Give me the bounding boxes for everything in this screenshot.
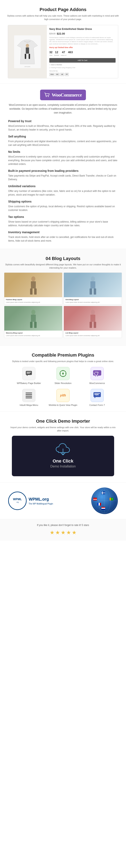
woo-feature-4-text: Take payments via Stripe and PayPal. Acc… (8, 174, 118, 181)
demo-importer-title: One Click Demo Importer (8, 418, 118, 425)
product-demo-card: STYLISTA Navy Blue Embellished Skater Dr… (8, 25, 118, 79)
mega-menu-lines-icon (26, 393, 32, 398)
wpml-tagline: The WP Multilingual Plugin (29, 502, 53, 505)
stat-count: 463 (68, 50, 73, 57)
woo-logo-text: WooCommerce (52, 91, 82, 99)
woo-logo-wrap: WooCommerce (8, 90, 118, 100)
plugin-slider-icon (57, 367, 69, 380)
blog-thumb-4-figure (85, 308, 101, 331)
svg-point-31 (97, 375, 98, 376)
plugin-woo-icon (91, 367, 104, 380)
plugin-woo: WooCommerce (82, 367, 112, 384)
svg-rect-22 (90, 322, 92, 328)
product-addons-section: Product Page Addons Stylista comes with … (0, 0, 126, 83)
product-image-col: STYLISTA (8, 25, 47, 78)
plugin-yith: yith Wishlist & Quick View Plugin (48, 389, 78, 406)
blog-thumb-2-figure (85, 275, 101, 297)
stat-sold: 32 Sold (49, 50, 53, 57)
wishlist-link[interactable]: ☆ Add to Wishlist (49, 64, 116, 66)
woo-feature-5: Unlimited variations Offer any number of… (8, 184, 118, 196)
svg-rect-23 (94, 322, 96, 328)
blog-thumb-3-text: Lorem ipsum dolor sit amet consectetur a… (6, 335, 61, 337)
woo-feature-7-text: Show taxes based on your customer's ship… (8, 220, 118, 227)
plugin-cf7-name: Contact Form 7 (89, 404, 105, 406)
stat-orders: 47 orders of (61, 50, 66, 57)
blog-thumb-2: Grid Blog Layout Lorem ipsum dolor sit a… (64, 273, 122, 305)
stat-sold-label: Sold (49, 54, 53, 57)
svg-point-6 (46, 96, 46, 97)
woo-feature-7-heading: Tax options (8, 215, 118, 219)
blog-row-2: Masonry Blog Layout Lorem ipsum dolor si… (4, 306, 122, 338)
woo-feature-2-heading: Sell anything (8, 134, 118, 139)
plugin-wpbakery-name: WPBakery Page Builder (17, 382, 41, 384)
svg-rect-45 (93, 498, 97, 499)
plugin-wpbakery: WPBakery Page Builder (14, 367, 44, 384)
plugin-mega: Inbuilt Mega Menu (14, 389, 44, 406)
svg-rect-52 (109, 498, 111, 500)
svg-rect-11 (34, 288, 37, 294)
product-name: Navy Blue Embellished Skater Dress (49, 27, 116, 31)
star-1: ★ (50, 529, 55, 536)
demo-importer-section: One Click Demo Importer Import your demo… (0, 412, 126, 483)
woo-feature-3-text: WooCommerce is entirely open source, whi… (8, 155, 118, 166)
svg-rect-57 (101, 509, 105, 509)
slider-icon-svg (59, 369, 67, 378)
mega-line-4 (26, 398, 32, 398)
plugin-yith-name: Wishlist & Quick View Plugin (49, 404, 77, 406)
plugin-cf7-icon: CF7 (91, 389, 104, 402)
mega-line-1 (26, 393, 32, 393)
mega-line-3 (26, 396, 32, 397)
plugin-mega-icon (22, 389, 35, 402)
blog-thumb-4: List Blog Layout Lorem ipsum dolor sit a… (64, 306, 122, 338)
svg-point-20 (91, 310, 95, 315)
woo-feature-1-heading: Powered by trust (8, 119, 118, 123)
wpml-logo-svg: WPML .org (11, 496, 24, 506)
svg-rect-26 (27, 373, 30, 374)
woo-feature-3-heading: No limits (8, 150, 118, 154)
price-new: $22.00 (57, 32, 65, 36)
woo-feature-5-text: Offer any number of variations (like col… (8, 189, 118, 196)
product-info-col: Navy Blue Embellished Skater Dress $29.0… (47, 25, 118, 78)
svg-rect-19 (34, 322, 37, 328)
woo-feature-1-text: WooCommerce is built on WordPress, the s… (8, 124, 118, 131)
svg-rect-14 (90, 288, 92, 294)
woo-feature-5-heading: Unlimited variations (8, 184, 118, 188)
demo-importer-desc: Import your demo content, widgets and th… (8, 426, 118, 432)
svg-point-30 (95, 375, 96, 376)
secured-label: Secured by (49, 70, 116, 72)
svg-rect-56 (101, 508, 105, 509)
stat-orders-number: 47 (61, 50, 66, 54)
svg-rect-47 (93, 500, 97, 500)
yith-icon-text: yith (60, 393, 66, 398)
svg-point-1 (26, 44, 29, 48)
blog-thumb-3-figure (25, 308, 41, 331)
payment-icon-visa: VISA (49, 73, 55, 76)
svg-marker-27 (27, 375, 28, 376)
star-4: ★ (66, 529, 71, 536)
shopping-chair: ♺ Viewing Product using Shopping Chair (49, 67, 116, 69)
woo-feature-2-text: From physical products and digital downl… (8, 140, 118, 147)
woo-feature-1: Powered by trust WooCommerce is built on… (8, 119, 118, 131)
svg-text:CF7: CF7 (95, 394, 99, 396)
svg-text:STYLISTA: STYLISTA (25, 66, 30, 67)
blog-thumb-4-content: List Blog Layout Lorem ipsum dolor sit a… (64, 331, 122, 338)
woo-feature-8-text: Track stock levels, hold stock after an … (8, 235, 118, 243)
blog-layouts-section: 04 Blog Layouts Stylista comes with beau… (0, 249, 126, 345)
blog-thumb-1: Fashion Blog Layout Lorem ipsum dolor si… (4, 273, 62, 305)
footer-section: If you like it, please don't forget to r… (0, 519, 126, 541)
woo-feature-4-heading: Built-in payment processing from leading… (8, 169, 118, 173)
woo-plugin-icon-svg (93, 370, 101, 377)
payment-icons-row: VISA MC AE PP (49, 73, 116, 76)
mega-line-2 (26, 394, 32, 395)
svg-rect-21 (90, 315, 95, 322)
stat-count-number: 463 (68, 50, 73, 54)
plugin-cf7: CF7 Contact Form 7 (82, 389, 112, 406)
add-to-cart-button[interactable]: Add To Cart (49, 58, 116, 63)
product-addons-title: Product Page Addons (6, 6, 120, 13)
svg-rect-15 (94, 288, 96, 294)
plugin-slider: Slider Revolution (48, 367, 78, 384)
svg-point-8 (31, 276, 35, 281)
stat-sold-number: 32 (49, 50, 53, 54)
svg-text:.org: .org (16, 501, 19, 503)
svg-point-12 (91, 276, 95, 281)
